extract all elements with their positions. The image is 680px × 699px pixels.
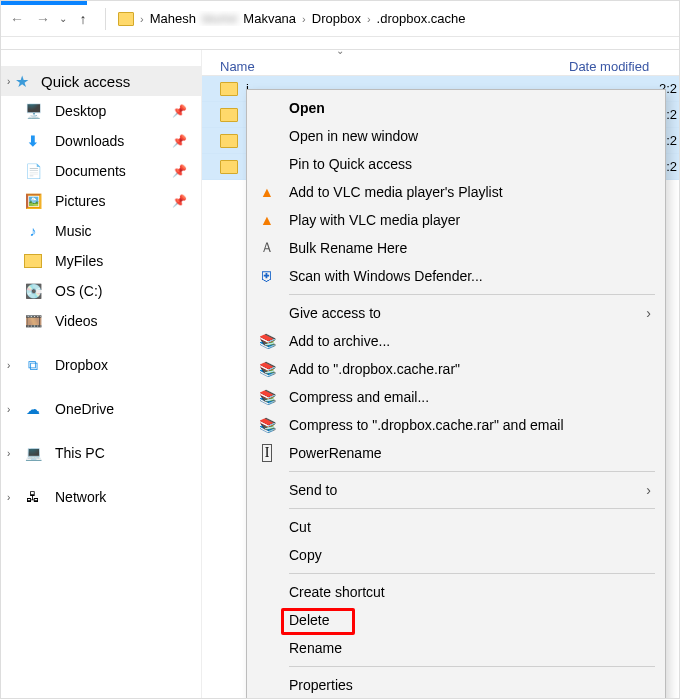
dropbox-icon: ⧉: [23, 357, 43, 373]
blank-icon: [257, 126, 277, 146]
bulkrename-icon: Ａ: [257, 238, 277, 258]
sidebar-root-item[interactable]: ›⧉Dropbox: [1, 350, 201, 380]
sidebar-item-label: Music: [55, 223, 92, 239]
history-dropdown[interactable]: ⌄: [59, 13, 67, 24]
sidebar-item[interactable]: MyFiles: [1, 246, 201, 276]
context-menu-item[interactable]: Open: [247, 94, 665, 122]
defender-icon: ⛨: [257, 266, 277, 286]
context-menu-item[interactable]: Give access to›: [247, 299, 665, 327]
up-button[interactable]: ↑: [73, 9, 93, 29]
blank-icon: [257, 517, 277, 537]
context-menu-item[interactable]: Delete: [247, 606, 665, 634]
folder-icon: [23, 253, 43, 269]
context-menu-item[interactable]: ▲Add to VLC media player's Playlist: [247, 178, 665, 206]
context-menu-item[interactable]: Properties: [247, 671, 665, 699]
sidebar-root-item[interactable]: ›💻This PC: [1, 438, 201, 468]
onedrive-icon: ☁: [23, 401, 43, 417]
context-menu-label: Rename: [289, 640, 342, 656]
context-menu-item[interactable]: Rename: [247, 634, 665, 662]
sidebar-root-item[interactable]: ›☁OneDrive: [1, 394, 201, 424]
sidebar-item[interactable]: 📄Documents📌: [1, 156, 201, 186]
breadcrumb-item[interactable]: Mahesh: [150, 11, 196, 26]
context-menu-label: Properties: [289, 677, 353, 693]
sidebar-item[interactable]: ♪Music: [1, 216, 201, 246]
breadcrumb-item[interactable]: .dropbox.cache: [377, 11, 466, 26]
context-menu-item[interactable]: 📚Compress and email...: [247, 383, 665, 411]
chevron-right-icon: ›: [367, 13, 371, 25]
menu-separator: [289, 508, 655, 509]
sidebar-item-label: OS (C:): [55, 283, 102, 299]
context-menu-item[interactable]: Send to›: [247, 476, 665, 504]
context-menu-label: PowerRename: [289, 445, 382, 461]
blank-icon: [257, 303, 277, 323]
breadcrumb-item[interactable]: Makvana: [243, 11, 296, 26]
folder-icon: [220, 134, 238, 148]
document-icon: 📄: [23, 163, 43, 179]
sidebar-item[interactable]: 🎞️Videos: [1, 306, 201, 336]
sidebar-root-label: Dropbox: [55, 357, 108, 373]
blank-icon: [257, 675, 277, 695]
column-header-name[interactable]: Name: [202, 59, 569, 74]
sidebar-item[interactable]: 💽OS (C:): [1, 276, 201, 306]
pin-icon: 📌: [172, 104, 187, 118]
breadcrumb[interactable]: › Mahesh blurtxt Makvana › Dropbox › .dr…: [118, 11, 673, 26]
chevron-right-icon: ›: [7, 448, 10, 459]
context-menu-label: Copy: [289, 547, 322, 563]
context-menu-item[interactable]: Pin to Quick access: [247, 150, 665, 178]
pin-icon: 📌: [172, 134, 187, 148]
breadcrumb-item[interactable]: Dropbox: [312, 11, 361, 26]
pin-icon: 📌: [172, 194, 187, 208]
back-button[interactable]: ←: [7, 9, 27, 29]
chevron-right-icon: ›: [7, 76, 10, 87]
breadcrumb-item-hidden: blurtxt: [202, 11, 237, 26]
navigation-pane: › ★ Quick access 🖥️Desktop📌⬇Downloads📌📄D…: [1, 50, 201, 698]
context-menu-item[interactable]: IPowerRename: [247, 439, 665, 467]
column-header-date[interactable]: Date modified: [569, 59, 679, 74]
context-menu-label: Scan with Windows Defender...: [289, 268, 483, 284]
sidebar-root-label: Network: [55, 489, 106, 505]
sidebar-item[interactable]: ⬇Downloads📌: [1, 126, 201, 156]
context-menu-label: Delete: [289, 612, 329, 628]
sidebar-item-label: Desktop: [55, 103, 106, 119]
folder-icon: [118, 12, 134, 26]
context-menu-label: Add to VLC media player's Playlist: [289, 184, 503, 200]
context-menu-label: Open: [289, 100, 325, 116]
vlc-icon: ▲: [257, 210, 277, 230]
sidebar-root-label: OneDrive: [55, 401, 114, 417]
loading-progress: [1, 1, 87, 5]
context-menu-item[interactable]: Create shortcut: [247, 578, 665, 606]
sidebar-item-label: MyFiles: [55, 253, 103, 269]
context-menu-label: Compress and email...: [289, 389, 429, 405]
sidebar-item-label: Videos: [55, 313, 98, 329]
context-menu-item[interactable]: ⛨Scan with Windows Defender...: [247, 262, 665, 290]
folder-icon: [220, 82, 238, 96]
winrar-icon: 📚: [257, 331, 277, 351]
context-menu-item[interactable]: Cut: [247, 513, 665, 541]
network-icon: 🖧: [23, 489, 43, 505]
thispc-icon: 💻: [23, 445, 43, 461]
sidebar-item[interactable]: 🖼️Pictures📌: [1, 186, 201, 216]
winrar-icon: 📚: [257, 387, 277, 407]
blank-icon: [257, 98, 277, 118]
context-menu-item[interactable]: ▲Play with VLC media player: [247, 206, 665, 234]
forward-button[interactable]: →: [33, 9, 53, 29]
context-menu-item[interactable]: Open in new window: [247, 122, 665, 150]
context-menu-item[interactable]: 📚Add to ".dropbox.cache.rar": [247, 355, 665, 383]
folder-icon: [220, 160, 238, 174]
pin-icon: 📌: [172, 164, 187, 178]
sidebar-item[interactable]: 🖥️Desktop📌: [1, 96, 201, 126]
video-icon: 🎞️: [23, 313, 43, 329]
sidebar-item-label: Documents: [55, 163, 126, 179]
context-menu-label: Add to archive...: [289, 333, 390, 349]
context-menu-item[interactable]: 📚Compress to ".dropbox.cache.rar" and em…: [247, 411, 665, 439]
chevron-right-icon: ›: [7, 404, 10, 415]
context-menu-item[interactable]: 📚Add to archive...: [247, 327, 665, 355]
sidebar-root-label: This PC: [55, 445, 105, 461]
context-menu-item[interactable]: Copy: [247, 541, 665, 569]
blank-icon: [257, 610, 277, 630]
sidebar-root-item[interactable]: ›🖧Network: [1, 482, 201, 512]
blank-icon: [257, 154, 277, 174]
sidebar-quick-access[interactable]: › ★ Quick access: [1, 66, 201, 96]
context-menu-item[interactable]: ＡBulk Rename Here: [247, 234, 665, 262]
winrar-icon: 📚: [257, 415, 277, 435]
